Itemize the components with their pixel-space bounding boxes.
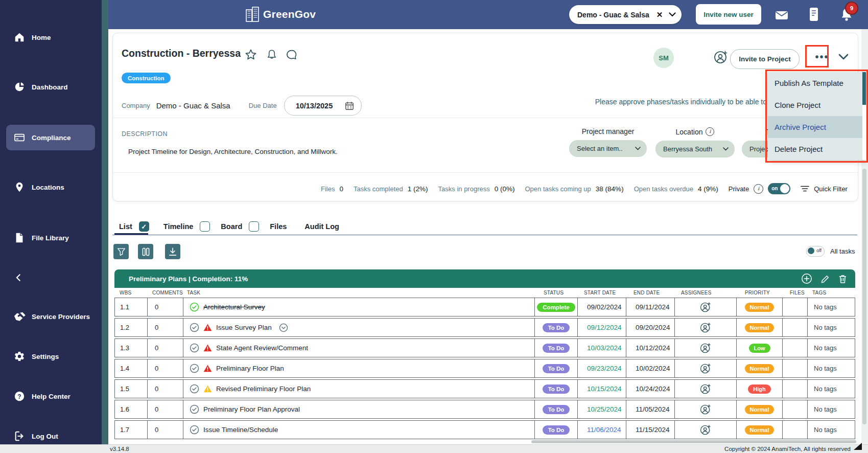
assign-person-add-icon[interactable]: [699, 301, 712, 313]
end-date-cell[interactable]: 10/24/2024: [626, 380, 675, 398]
filter-button[interactable]: [113, 244, 129, 259]
tags-cell[interactable]: No tags: [808, 319, 850, 336]
start-date-cell[interactable]: 10/25/2024: [578, 400, 626, 418]
sidebar-item-home[interactable]: Home: [0, 27, 102, 48]
priority-cell[interactable]: Normal: [737, 359, 783, 377]
priority-cell[interactable]: Normal: [737, 298, 783, 316]
assign-person-add-icon[interactable]: [699, 424, 712, 436]
invite-new-user-button[interactable]: Invite new user: [696, 4, 761, 25]
task-check-icon[interactable]: [190, 384, 199, 394]
menu-item-clone-project[interactable]: Clone Project: [768, 94, 866, 116]
assignees-cell[interactable]: [675, 298, 737, 316]
tags-cell[interactable]: No tags: [808, 400, 850, 418]
table-row[interactable]: 1.7 0 Issue Timeline/Schedule To Do 11/0…: [114, 420, 855, 439]
columns-button[interactable]: [138, 244, 153, 259]
start-date-cell[interactable]: 10/15/2024: [578, 380, 626, 398]
menu-item-publish-as-template[interactable]: Publish As Template: [768, 72, 866, 94]
bell-outline-icon[interactable]: [266, 49, 277, 61]
assignees-cell[interactable]: [675, 339, 737, 357]
priority-cell[interactable]: Low: [737, 339, 783, 357]
calendar-icon[interactable]: [345, 101, 354, 110]
task-name[interactable]: Issue Timeline/Schedule: [203, 426, 278, 434]
horizontal-scrollbar-thumb[interactable]: [531, 440, 856, 443]
status-cell[interactable]: To Do: [535, 359, 578, 377]
checkbox-checked-icon[interactable]: ✓: [139, 221, 149, 232]
end-date-cell[interactable]: 11/05/2024: [626, 400, 675, 418]
add-task-icon[interactable]: [801, 273, 812, 284]
company-select[interactable]: Demo - Guac & Salsa ✕: [569, 5, 682, 24]
task-name[interactable]: Revised Preliminary Floor Plan: [216, 385, 311, 393]
sidebar-item-help-center[interactable]: ? Help Center: [0, 386, 102, 406]
menu-item-delete-project[interactable]: Delete Project: [768, 138, 866, 160]
tags-cell[interactable]: No tags: [808, 298, 850, 316]
table-row[interactable]: 1.2 0 Issue Survey Plan To Do 09/12/2024…: [114, 318, 855, 337]
sidebar-item-file-library[interactable]: File Library: [0, 228, 102, 248]
menu-scrollbar-track[interactable]: [862, 72, 866, 160]
status-cell[interactable]: To Do: [535, 380, 578, 398]
task-check-icon[interactable]: [190, 404, 199, 414]
star-icon[interactable]: [245, 49, 257, 61]
sidebar-item-compliance[interactable]: Compliance: [6, 125, 95, 150]
delete-phase-icon[interactable]: [838, 274, 847, 284]
task-check-icon[interactable]: [190, 364, 199, 373]
due-date-input[interactable]: 10/13/2025: [284, 96, 362, 116]
start-date-cell[interactable]: 10/03/2024: [578, 339, 626, 357]
start-date-cell[interactable]: 09/23/2024: [578, 359, 626, 377]
priority-cell[interactable]: Normal: [737, 319, 783, 336]
task-check-icon[interactable]: [190, 302, 199, 312]
tab-audit-log[interactable]: Audit Log: [304, 222, 339, 231]
assign-person-add-icon[interactable]: [699, 322, 712, 334]
priority-cell[interactable]: Normal: [737, 400, 783, 418]
tags-cell[interactable]: No tags: [808, 380, 850, 398]
assign-person-add-icon[interactable]: [699, 363, 712, 375]
download-button[interactable]: [165, 244, 180, 259]
task-name[interactable]: Issue Survey Plan: [216, 324, 272, 331]
status-cell[interactable]: To Do: [535, 319, 578, 336]
avatar[interactable]: SM: [653, 48, 674, 68]
approval-circle-icon[interactable]: [279, 323, 288, 332]
tab-board[interactable]: Board: [221, 221, 259, 232]
status-cell[interactable]: To Do: [535, 339, 578, 357]
status-cell[interactable]: To Do: [535, 421, 578, 439]
document-icon[interactable]: [809, 7, 819, 21]
location-select[interactable]: Berryessa South: [655, 141, 735, 157]
assign-person-add-icon[interactable]: [699, 342, 712, 354]
tags-cell[interactable]: No tags: [808, 421, 850, 439]
comment-icon[interactable]: [286, 49, 297, 61]
all-tasks-toggle[interactable]: off: [806, 246, 825, 257]
assign-person-add-icon[interactable]: [699, 403, 712, 416]
priority-cell[interactable]: High: [737, 380, 783, 398]
end-date-cell[interactable]: 10/12/2024: [626, 339, 675, 357]
checkbox-icon[interactable]: [249, 221, 259, 232]
clear-icon[interactable]: ✕: [656, 10, 663, 19]
mail-icon[interactable]: [775, 9, 789, 21]
chevron-down-icon[interactable]: [669, 12, 676, 17]
assign-person-add-icon[interactable]: [699, 383, 712, 395]
table-row[interactable]: 1.3 0 State Agent Review/Comment To Do 1…: [114, 338, 855, 357]
info-icon[interactable]: i: [706, 127, 714, 136]
sidebar-item-locations[interactable]: Locations: [0, 177, 102, 197]
start-date-cell[interactable]: 09/02/2024: [578, 298, 626, 316]
project-manager-select[interactable]: Select an item..: [569, 140, 647, 157]
more-options-button[interactable]: •••: [812, 48, 832, 66]
start-date-cell[interactable]: 09/12/2024: [578, 319, 626, 336]
end-date-cell[interactable]: 09/11/2024: [626, 298, 675, 316]
end-date-cell[interactable]: 09/20/2024: [626, 319, 675, 336]
tab-timeline[interactable]: Timeline: [163, 221, 210, 232]
menu-scrollbar-thumb[interactable]: [862, 72, 866, 105]
task-name[interactable]: State Agent Review/Comment: [216, 344, 308, 352]
menu-item-archive-project[interactable]: Archive Project: [768, 116, 866, 138]
sidebar-item-service-providers[interactable]: Service Providers: [0, 306, 102, 327]
end-date-cell[interactable]: 11/15/2024: [626, 421, 675, 439]
invite-to-project-button[interactable]: Invite to Project: [730, 49, 800, 69]
assignees-cell[interactable]: [675, 421, 737, 439]
sidebar-collapse-button[interactable]: [0, 268, 102, 288]
private-toggle[interactable]: on: [768, 183, 790, 194]
priority-cell[interactable]: Normal: [737, 421, 783, 439]
info-icon[interactable]: i: [754, 184, 763, 194]
tab-files[interactable]: Files: [270, 222, 287, 231]
task-name[interactable]: Preliminary Floor Plan Approval: [203, 405, 300, 413]
task-name[interactable]: Preliminary Floor Plan: [216, 365, 284, 372]
status-cell[interactable]: To Do: [535, 400, 578, 418]
tags-cell[interactable]: No tags: [808, 359, 850, 377]
